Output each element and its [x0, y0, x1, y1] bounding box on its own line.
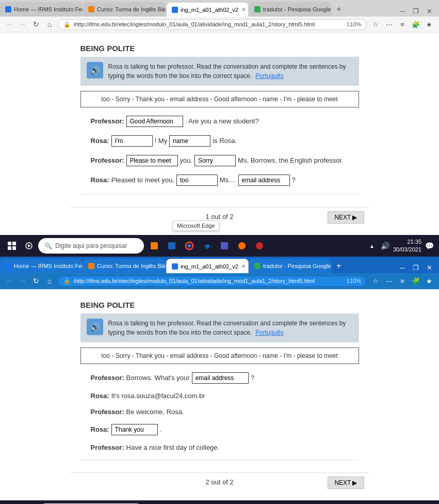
tab-tradutor-label: tradutor - Pesquisa Google	[263, 6, 331, 12]
zoom-level-b: 110%	[347, 278, 361, 284]
tab-favicon	[88, 6, 94, 12]
minimize-button-b[interactable]: ─	[397, 262, 408, 273]
tab-curso-b[interactable]: Curso: Turma de Inglês Básico... ✕	[83, 259, 166, 273]
extension-button-b[interactable]: 🧩	[410, 275, 421, 287]
extension-button[interactable]: 🧩	[410, 19, 421, 30]
favorites-button-b[interactable]: ☆	[370, 275, 381, 287]
start-button[interactable]	[4, 238, 20, 254]
speaker-button-1[interactable]: 🔊	[87, 62, 103, 78]
svg-rect-6	[221, 242, 228, 249]
search-icon: 🔍	[44, 242, 52, 249]
star-button-b[interactable]: ★	[424, 275, 435, 287]
task-view-button[interactable]	[23, 240, 35, 252]
tab-favicon	[5, 6, 11, 12]
taskbar-icons	[147, 239, 267, 253]
browser-window-top: Home — IRMS Instituto Feder... ✕ Curso: …	[0, 0, 439, 235]
separator-2	[80, 460, 359, 460]
address-text-b[interactable]: ihttp://ifms.edu.br/etec/ingles/modulo_0…	[74, 278, 344, 284]
restore-button[interactable]: ❐	[410, 5, 421, 17]
instruction-box-1: 🔊 Rosa is talking to her professor. Read…	[80, 57, 359, 86]
menu-button[interactable]: ⋯	[383, 19, 395, 30]
conv-line-1: Professor: . Are you a new student?	[91, 116, 349, 127]
tab-tradutor[interactable]: tradutor - Pesquisa Google ✕	[249, 2, 332, 17]
taskbar-store-icon[interactable]	[165, 239, 179, 253]
speaker-label: Professor:	[91, 374, 124, 382]
input-thank-you[interactable]	[111, 424, 158, 435]
tab-home-b-label: Home — IRMS Instituto Feder...	[14, 263, 83, 269]
input-too[interactable]	[176, 175, 218, 186]
input-good-afternoon[interactable]	[126, 116, 183, 127]
back-button[interactable]: ←	[4, 19, 14, 29]
conv-line-p2: Professor: Be welcome, Rosa.	[91, 408, 349, 416]
page-content-2: BEING POLITE 🔊 Rosa is talking to her pr…	[0, 289, 439, 500]
home-button[interactable]: ⌂	[44, 19, 55, 29]
address-bar-b[interactable]: 🔒 ihttp://ifms.edu.br/etec/ingles/modulo…	[58, 276, 367, 287]
tab-home[interactable]: Home — IRMS Instituto Feder... ✕	[0, 2, 83, 17]
close-button-b[interactable]: ✕	[424, 262, 435, 273]
input-email-address-2[interactable]	[192, 372, 249, 384]
address-bar[interactable]: 🔒 ihttp://ifms.edu.br/etec/ingles/modulo…	[58, 19, 367, 30]
next-button-2[interactable]: NEXT ▶	[328, 477, 364, 489]
speaker-button-2[interactable]: 🔊	[87, 319, 103, 335]
conv-line-r1: Rosa: It's rosa.souza@facul24.com.br	[91, 392, 349, 400]
menu-button-b[interactable]: ⋯	[383, 275, 395, 287]
taskbar-search-box[interactable]: 🔍 Digite aqui para pesquisar	[38, 238, 144, 254]
tab-close[interactable]: ✕	[241, 263, 246, 269]
close-button[interactable]: ✕	[424, 5, 435, 17]
next-button-1[interactable]: NEXT ▶	[328, 211, 364, 224]
tab-ing-label: ing_m1_a01_ath02_v2	[181, 7, 238, 13]
taskbar-game-icon[interactable]	[252, 239, 267, 253]
speaker-label: Rosa:	[91, 426, 109, 433]
portugues-link-2[interactable]: Português	[255, 329, 284, 336]
tab-ing-b[interactable]: ing_m1_a01_ath02_v2 ✕	[166, 259, 249, 273]
speaker-label: Rosa:	[91, 392, 109, 400]
tab-tradutor-b-label: tradutor - Pesquisa Google	[263, 263, 331, 269]
input-name[interactable]	[169, 135, 210, 147]
tab-curso-b-label: Curso: Turma de Inglês Básico...	[97, 263, 166, 269]
restore-button-b[interactable]: ❐	[410, 262, 421, 273]
collections-button[interactable]: ≡	[397, 19, 408, 30]
conv-line-p1: Professor: Borrows. What's your ?	[91, 372, 349, 384]
new-tab-button[interactable]: +	[332, 2, 345, 17]
nav-bar-top: ← → ↻ ⌂ 🔒 ihttp://ifms.edu.br/etec/ingle…	[0, 17, 439, 33]
conv-line-3: Professor: you. Ms. Borrows, the English…	[91, 155, 349, 166]
taskbar-edge-icon[interactable]	[200, 239, 214, 253]
page-content-1: BEING POLITE 🔊 Rosa is talking to her pr…	[0, 33, 439, 235]
taskbar-file-icon[interactable]	[147, 239, 161, 253]
tab-favicon	[5, 263, 11, 269]
input-im[interactable]	[111, 135, 153, 147]
speaker-label: Professor:	[91, 117, 124, 125]
collections-button-b[interactable]: ≡	[397, 275, 408, 287]
back-button-b[interactable]: ←	[4, 276, 14, 286]
speaker-label: Rosa:	[91, 176, 109, 184]
input-email-address-1[interactable]	[238, 175, 290, 186]
tab-favicon	[254, 6, 261, 12]
forward-button[interactable]: →	[18, 19, 28, 29]
tab-close[interactable]: ✕	[241, 7, 246, 12]
input-sorry[interactable]	[194, 155, 236, 166]
reload-button[interactable]: ↻	[31, 19, 41, 29]
minimize-button[interactable]: ─	[397, 5, 408, 17]
portugues-link-1[interactable]: Português	[255, 72, 284, 80]
tab-home-b[interactable]: Home — IRMS Instituto Feder... ✕	[0, 259, 83, 273]
new-tab-button-b[interactable]: +	[332, 259, 345, 273]
favorites-button[interactable]: ☆	[370, 19, 381, 30]
forward-button-b[interactable]: →	[18, 276, 28, 286]
tray-speaker[interactable]: 🔊	[380, 240, 391, 251]
taskbar-fox-icon[interactable]	[235, 239, 249, 253]
taskbar-teams-icon[interactable]	[217, 239, 232, 253]
taskbar-chrome-icon[interactable]	[182, 239, 197, 253]
tab-ing[interactable]: ing_m1_a01_ath02_v2 ✕	[166, 2, 249, 17]
input-please-to-meet[interactable]	[126, 155, 178, 166]
tooltip-microsoft-edge: Microsoft Edge	[172, 220, 219, 231]
address-text[interactable]: ihttp://ifms.edu.br/etec/ingles/modulo_0…	[74, 21, 344, 27]
zoom-level: 110%	[347, 21, 361, 27]
tray-arrow[interactable]: ▲	[366, 240, 378, 251]
reload-button-b[interactable]: ↻	[31, 276, 41, 286]
star-button[interactable]: ★	[424, 19, 435, 30]
tab-tradutor-b[interactable]: tradutor - Pesquisa Google ✕	[249, 259, 332, 273]
tab-favicon	[254, 263, 261, 269]
tab-curso[interactable]: Curso: Turma de Inglês Básico... ✕	[83, 2, 166, 17]
home-button-b[interactable]: ⌂	[44, 276, 55, 286]
notification-button[interactable]: 💬	[424, 240, 435, 251]
